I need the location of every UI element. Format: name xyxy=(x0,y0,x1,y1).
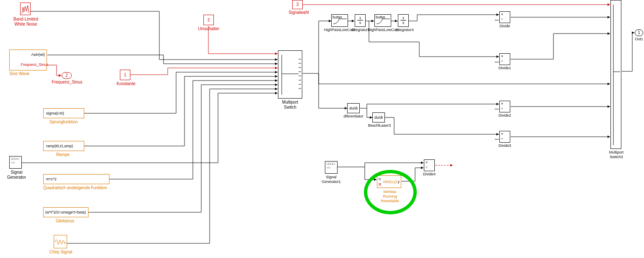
divide3-block[interactable]: × ÷ xyxy=(499,131,510,143)
quad-label: Quadratisch ansteigende Funktion xyxy=(43,185,114,190)
gleit-label: Gleitsinus xyxy=(52,219,78,224)
divide3-label: Divide3 xyxy=(496,143,514,148)
signalwahl-num: 3 xyxy=(296,2,299,7)
diff-label: diferentiator xyxy=(340,114,366,119)
diff-block[interactable]: du/dt xyxy=(347,103,360,113)
chirp-label: Chirp Signal xyxy=(46,250,75,255)
butter-label1: butter xyxy=(332,15,342,19)
integrator4[interactable]: 1 s xyxy=(398,14,409,27)
divide2-block[interactable]: × ÷ xyxy=(499,101,510,112)
freq-sinus-port[interactable]: 2 xyxy=(62,72,72,79)
minmax-block[interactable]: u R min(u,y) y xyxy=(377,175,401,188)
divide4-block[interactable]: × ÷ xyxy=(424,159,435,171)
rampe-label: Rampe xyxy=(50,152,75,157)
multiport-switch[interactable] xyxy=(278,50,302,99)
konstante-label: Konstante xyxy=(114,81,138,86)
sig-gen1-label: Signal Generator1 xyxy=(319,175,344,184)
divide4-label: Divide4 xyxy=(420,172,439,177)
minmax-y: y xyxy=(398,180,400,184)
konstante-num: 1 xyxy=(124,73,127,77)
sprung-label: Sprungfunktion xyxy=(43,120,84,125)
out1-label: Out1 xyxy=(633,37,644,42)
divide-label: Divide xyxy=(496,24,513,29)
freq-sinus-port-num: 2 xyxy=(65,73,68,78)
divide2-label: Divide2 xyxy=(496,113,514,118)
wiring-canvas xyxy=(0,0,644,258)
out1-port[interactable]: 1 xyxy=(635,29,643,36)
divide1-block[interactable]: × ÷ xyxy=(499,53,510,65)
integrator3[interactable]: 1 s xyxy=(355,14,366,27)
band-noise-label: Band-Limited White Noise xyxy=(6,17,46,27)
sine-wave-block[interactable]: Asin(wt) xyxy=(9,50,47,70)
beschl-sym: du/dt xyxy=(374,115,383,120)
signalwahl-label: Signalwahl xyxy=(287,10,310,15)
integ4-label: Integrator4 xyxy=(392,28,417,32)
quad-block[interactable]: m*x^2 xyxy=(43,174,109,184)
freq-sinus-label: Frequenz_Sinus xyxy=(50,80,84,85)
mswitch3-label: Multiport Switch3 xyxy=(604,150,629,159)
signalwahl-block[interactable]: 3 xyxy=(292,0,303,9)
sine-wave-label: Sine Wave xyxy=(9,71,34,76)
gleit-block[interactable]: (w*t^2/2+omega*t+beta) xyxy=(43,207,88,217)
out1-num: 1 xyxy=(638,30,640,35)
beschl-block[interactable]: du/dt xyxy=(372,112,385,122)
divide-block[interactable]: × ÷ xyxy=(499,11,510,23)
mswitch-label: Multiport Switch xyxy=(278,100,302,110)
konstante-block[interactable]: 1 xyxy=(120,70,130,80)
minmax-label: MinMax Running Resettable xyxy=(375,190,405,203)
hplc1-block[interactable]: butter xyxy=(331,14,348,27)
minmax-r: R xyxy=(379,182,382,187)
umschalter-num: 2 xyxy=(208,18,210,22)
beschl-label: BeschlLaser3 xyxy=(365,123,394,128)
umschalter-label: Umschalter xyxy=(197,26,220,31)
rampe-expr: ramp(t0,t1,amp) xyxy=(46,144,73,148)
asin-label: Asin(wt) xyxy=(31,52,45,57)
band-noise-block[interactable] xyxy=(20,3,31,15)
sig-gen-label: Signal Generator xyxy=(5,170,28,180)
hplc2-block[interactable]: butter xyxy=(374,14,391,27)
minmax-u: u xyxy=(379,177,381,181)
rampe-block[interactable]: ramp(t0,t1,amp) xyxy=(43,141,84,151)
chirp-block[interactable] xyxy=(54,235,67,248)
divide1-label: Divide1 xyxy=(496,66,514,70)
umschalter-block[interactable]: 2 xyxy=(203,15,214,25)
sprung-block[interactable]: sigma(t-t0) xyxy=(43,108,84,118)
multiport-switch3[interactable] xyxy=(610,0,621,149)
sig-gen1-block[interactable]: □□□□ ○○ xyxy=(325,161,338,174)
gleit-expr: (w*t^2/2+omega*t+beta) xyxy=(45,210,86,214)
quad-expr: m*x^2 xyxy=(46,177,57,181)
freq-sinus-inside: Frequenz_Sinus xyxy=(13,63,48,67)
sprung-expr: sigma(t-t0) xyxy=(46,111,64,115)
sig-gen-block[interactable]: □□□□ ○○ xyxy=(9,156,22,169)
diff-sym: du/dt xyxy=(349,106,358,110)
butter-label2: butter xyxy=(376,15,385,19)
minmax-fn: min(u,y) xyxy=(383,180,397,184)
